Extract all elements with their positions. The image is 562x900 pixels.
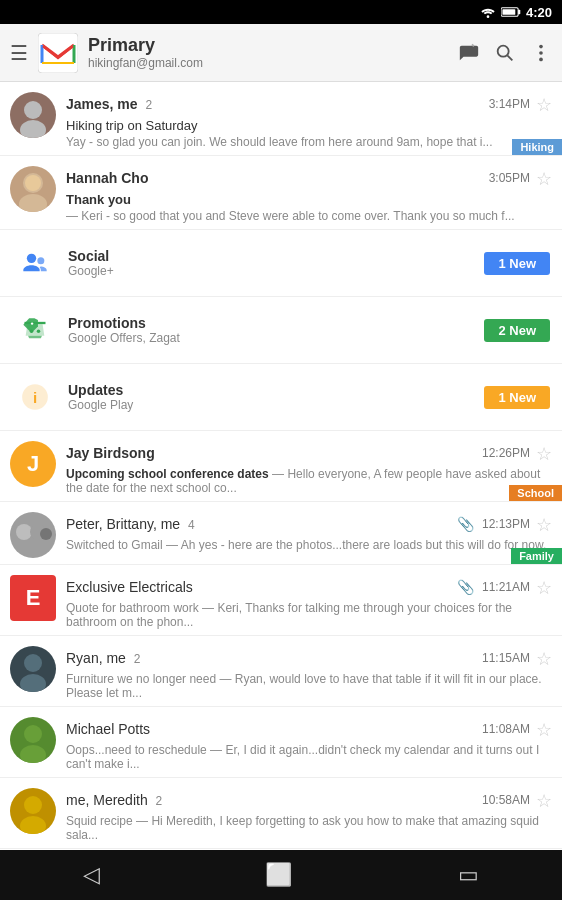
back-button[interactable]: ◁ (63, 854, 120, 896)
email-top: Ryan, me 2 11:15AM ☆ (66, 646, 552, 670)
email-row[interactable]: James, me 2 3:14PM ☆ Hiking trip on Satu… (0, 82, 562, 156)
svg-point-9 (539, 57, 543, 61)
svg-point-13 (19, 194, 47, 212)
svg-point-10 (24, 101, 42, 119)
email-row[interactable]: Peter, Brittany, me 4 📎 12:13PM ☆ Switch… (0, 502, 562, 565)
avatar: J (10, 441, 56, 487)
email-time: 11:15AM (482, 651, 530, 665)
email-tag: Family (511, 548, 562, 564)
email-preview: Yay - so glad you can join. We should le… (66, 135, 552, 149)
svg-point-5 (498, 45, 509, 56)
svg-line-6 (507, 55, 512, 60)
star-button[interactable]: ☆ (536, 577, 552, 599)
email-top-right: 📎 12:13PM ☆ (457, 512, 552, 536)
email-content: me, Meredith 2 10:58AM ☆ Squid recipe — … (66, 788, 552, 842)
email-preview: — Keri - so good that you and Steve were… (66, 209, 552, 223)
star-button[interactable]: ☆ (536, 168, 552, 190)
email-preview: Upcoming school conference dates — Hello… (66, 467, 552, 495)
svg-point-8 (539, 51, 543, 55)
category-row-updates[interactable]: i Updates Google Play 1 New (0, 364, 562, 431)
star-button[interactable]: ☆ (536, 790, 552, 812)
email-top-right: 10:58AM ☆ (478, 788, 552, 812)
svg-point-16 (37, 257, 44, 264)
gmail-logo (38, 33, 78, 73)
svg-point-28 (20, 745, 46, 763)
email-sender: Michael Potts (66, 721, 150, 737)
email-content: James, me 2 3:14PM ☆ Hiking trip on Satu… (66, 92, 552, 149)
search-button[interactable] (494, 42, 516, 64)
email-subject: Thank you (66, 192, 552, 207)
avatar (10, 512, 56, 558)
star-button[interactable]: ☆ (536, 94, 552, 116)
email-content: Michael Potts 11:08AM ☆ Oops...need to r… (66, 717, 552, 771)
svg-point-18 (37, 329, 41, 333)
category-sub: Google Offers, Zagat (68, 331, 484, 345)
star-button[interactable]: ☆ (536, 648, 552, 670)
attachment-icon: 📎 (457, 516, 474, 532)
email-row[interactable]: E Exclusive Electricals 📎 11:21AM ☆ Quot… (0, 565, 562, 636)
menu-button[interactable]: ☰ (10, 41, 28, 65)
svg-point-0 (487, 15, 490, 18)
updates-icon: i (12, 374, 58, 420)
new-badge: 1 New (484, 252, 550, 275)
email-top-right: 📎 11:21AM ☆ (457, 575, 552, 599)
more-button[interactable] (530, 42, 552, 64)
new-badge: 1 New (484, 386, 550, 409)
email-top: me, Meredith 2 10:58AM ☆ (66, 788, 552, 812)
email-content: Jay Birdsong 12:26PM ☆ Upcoming school c… (66, 441, 552, 495)
email-preview: Squid recipe — Hi Meredith, I keep forge… (66, 814, 552, 842)
email-top: Jay Birdsong 12:26PM ☆ (66, 441, 552, 465)
category-row-social[interactable]: Social Google+ 1 New (0, 230, 562, 297)
svg-point-19 (31, 322, 33, 324)
email-top-right: 11:08AM ☆ (478, 717, 552, 741)
email-top-right: 3:14PM ☆ (485, 92, 552, 116)
email-content: Ryan, me 2 11:15AM ☆ Furniture we no lon… (66, 646, 552, 700)
email-time: 11:08AM (482, 722, 530, 736)
avatar (10, 92, 56, 138)
email-tag: Hiking (512, 139, 562, 155)
email-sender: James, me 2 (66, 96, 152, 112)
star-button[interactable]: ☆ (536, 719, 552, 741)
category-name: Updates (68, 382, 484, 398)
email-top: Hannah Cho 3:05PM ☆ (66, 166, 552, 190)
email-top-right: 11:15AM ☆ (478, 646, 552, 670)
promotions-icon (12, 307, 58, 353)
recents-button[interactable]: ▭ (438, 854, 499, 896)
bottom-nav: ◁ ⬜ ▭ (0, 850, 562, 900)
svg-point-30 (20, 816, 46, 834)
svg-point-29 (24, 796, 42, 814)
svg-rect-2 (518, 10, 520, 14)
email-preview: Switched to Gmail — Ah yes - here are th… (66, 538, 552, 552)
email-row[interactable]: Michael Potts 11:08AM ☆ Oops...need to r… (0, 707, 562, 778)
star-button[interactable]: ☆ (536, 443, 552, 465)
status-bar: 4:20 (0, 0, 562, 24)
category-info: Updates Google Play (68, 382, 484, 412)
svg-point-26 (20, 674, 46, 692)
email-sender: Peter, Brittany, me 4 (66, 516, 195, 532)
category-row-promotions[interactable]: Promotions Google Offers, Zagat 2 New (0, 297, 562, 364)
email-content: Hannah Cho 3:05PM ☆ Thank you — Keri - s… (66, 166, 552, 223)
page-title: Primary (88, 35, 458, 56)
email-time: 3:14PM (489, 97, 530, 111)
email-preview: Furniture we no longer need — Ryan, woul… (66, 672, 552, 700)
header-actions (458, 42, 552, 64)
email-row[interactable]: Ryan, me 2 11:15AM ☆ Furniture we no lon… (0, 636, 562, 707)
svg-rect-3 (502, 9, 515, 15)
compose-button[interactable] (458, 42, 480, 64)
email-content: Exclusive Electricals 📎 11:21AM ☆ Quote … (66, 575, 552, 629)
email-row[interactable]: me, Meredith 2 10:58AM ☆ Squid recipe — … (0, 778, 562, 849)
star-button[interactable]: ☆ (536, 514, 552, 536)
email-row[interactable]: J Jay Birdsong 12:26PM ☆ Upcoming school… (0, 431, 562, 502)
home-button[interactable]: ⬜ (245, 854, 312, 896)
email-sender: Hannah Cho (66, 170, 148, 186)
email-row[interactable]: Hannah Cho 3:05PM ☆ Thank you — Keri - s… (0, 156, 562, 230)
account-subtitle: hikingfan@gmail.com (88, 56, 458, 70)
svg-point-22 (16, 524, 32, 540)
svg-point-15 (27, 254, 36, 263)
header-title-block: Primary hikingfan@gmail.com (88, 35, 458, 70)
email-tag: School (509, 485, 562, 501)
avatar (10, 166, 56, 212)
email-top: Michael Potts 11:08AM ☆ (66, 717, 552, 741)
new-badge: 2 New (484, 319, 550, 342)
email-time: 11:21AM (482, 580, 530, 594)
